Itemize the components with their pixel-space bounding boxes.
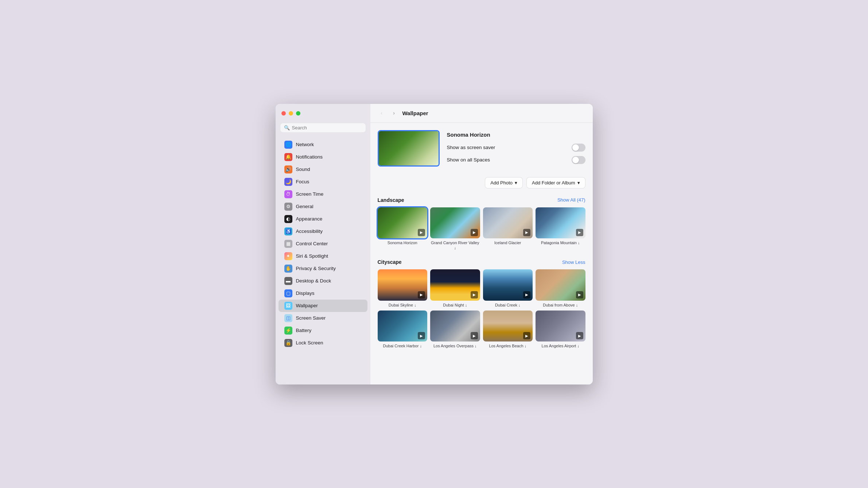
sidebar-item-general[interactable]: ⚙ General bbox=[279, 200, 367, 213]
cityscape-title: Cityscape bbox=[378, 259, 402, 265]
forward-button[interactable]: › bbox=[390, 109, 398, 117]
screen-saver-toggle-row: Show as screen saver bbox=[447, 144, 585, 152]
dubai-creek-harbor-thumb[interactable]: ▶ bbox=[378, 311, 428, 341]
minimize-button[interactable] bbox=[289, 111, 293, 116]
add-folder-button[interactable]: Add Folder or Album ▾ bbox=[526, 177, 585, 188]
sidebar-item-privacy-security[interactable]: ✋ Privacy & Security bbox=[279, 262, 367, 275]
grand-canyon-label: Grand Canyon River Valley ↓ bbox=[430, 240, 480, 251]
list-item[interactable]: ▶ Grand Canyon River Valley ↓ bbox=[430, 207, 480, 251]
landscape-show-all-button[interactable]: Show All (47) bbox=[557, 197, 585, 203]
sonoma-horizon-thumb[interactable]: ▶ bbox=[378, 207, 428, 238]
sidebar-item-displays[interactable]: ▢ Displays bbox=[279, 287, 367, 300]
appearance-icon: ◐ bbox=[284, 215, 292, 223]
list-item[interactable]: ▶ Dubai Night ↓ bbox=[430, 269, 480, 308]
sidebar-item-siri-spotlight[interactable]: ✦ Siri & Spotlight bbox=[279, 250, 367, 262]
dubai-night-label: Dubai Night ↓ bbox=[443, 302, 467, 308]
lock-screen-icon: 🔒 bbox=[284, 339, 292, 347]
close-button[interactable] bbox=[281, 111, 286, 116]
back-button[interactable]: ‹ bbox=[378, 109, 386, 117]
sidebar-item-label: Appearance bbox=[296, 216, 323, 222]
video-badge: ▶ bbox=[471, 332, 478, 339]
sidebar-item-focus[interactable]: 🌙 Focus bbox=[279, 176, 367, 188]
la-airport-thumb[interactable]: ▶ bbox=[536, 311, 585, 341]
sidebar-item-appearance[interactable]: ◐ Appearance bbox=[279, 213, 367, 225]
video-badge: ▶ bbox=[471, 229, 478, 236]
sidebar-item-label: Screen Saver bbox=[296, 315, 326, 321]
la-beach-thumb[interactable]: ▶ bbox=[483, 311, 533, 341]
search-input[interactable] bbox=[292, 125, 362, 130]
la-overpass-thumb[interactable]: ▶ bbox=[430, 311, 480, 341]
patagonia-thumb[interactable]: ▶ bbox=[536, 207, 585, 238]
titlebar bbox=[276, 104, 370, 123]
add-photo-button[interactable]: Add Photo ▾ bbox=[485, 177, 523, 188]
wallpaper-name: Sonoma Horizon bbox=[447, 132, 585, 138]
dubai-above-thumb[interactable]: ▶ bbox=[536, 269, 585, 300]
main-content: ‹ › Wallpaper Sonoma Horizon Show as scr… bbox=[370, 104, 593, 384]
sidebar-item-screen-saver[interactable]: ◫ Screen Saver bbox=[279, 312, 367, 324]
sidebar: 🔍 🌐 Network 🔔 Notifications 🔊 Sound 🌙 Fo… bbox=[276, 104, 370, 384]
main-header: ‹ › Wallpaper bbox=[370, 104, 593, 123]
control-center-icon: ▦ bbox=[284, 240, 292, 248]
forward-icon: › bbox=[393, 110, 395, 116]
sidebar-item-battery[interactable]: ⚡ Battery bbox=[279, 324, 367, 337]
wallpaper-settings: Sonoma Horizon Show as screen saver Show… bbox=[447, 130, 585, 168]
page-title: Wallpaper bbox=[402, 110, 428, 116]
la-overpass-label: Los Angeles Overpass ↓ bbox=[433, 343, 477, 348]
battery-icon: ⚡ bbox=[284, 327, 292, 335]
add-folder-chevron-icon: ▾ bbox=[577, 180, 580, 186]
maximize-button[interactable] bbox=[296, 111, 300, 116]
sidebar-item-lock-screen[interactable]: 🔒 Lock Screen bbox=[279, 337, 367, 349]
sidebar-item-label: Focus bbox=[296, 179, 310, 184]
list-item[interactable]: ▶ Los Angeles Overpass ↓ bbox=[430, 311, 480, 349]
landscape-title: Landscape bbox=[378, 197, 404, 203]
video-badge: ▶ bbox=[576, 229, 583, 236]
all-spaces-toggle-row: Show on all Spaces bbox=[447, 156, 585, 164]
wallpaper-icon: 🖼 bbox=[284, 302, 292, 310]
list-item[interactable]: ▶ Dubai from Above ↓ bbox=[536, 269, 585, 308]
list-item[interactable]: ▶ Dubai Creek ↓ bbox=[483, 269, 533, 308]
sidebar-item-label: Lock Screen bbox=[296, 340, 323, 345]
sidebar-item-desktop-dock[interactable]: ▬ Desktop & Dock bbox=[279, 275, 367, 287]
list-item[interactable]: ▶ Los Angeles Airport ↓ bbox=[536, 311, 585, 349]
grand-canyon-thumb[interactable]: ▶ bbox=[430, 207, 480, 238]
sidebar-item-sound[interactable]: 🔊 Sound bbox=[279, 163, 367, 176]
cityscape-show-less-button[interactable]: Show Less bbox=[562, 259, 585, 265]
sidebar-item-label: Notifications bbox=[296, 154, 323, 160]
sidebar-item-label: Wallpaper bbox=[296, 303, 318, 308]
desktop-dock-icon: ▬ bbox=[284, 277, 292, 285]
sidebar-item-label: Desktop & Dock bbox=[296, 278, 331, 284]
sidebar-item-network[interactable]: 🌐 Network bbox=[279, 138, 367, 151]
landscape-section: Landscape Show All (47) ▶ Sonoma Horizon… bbox=[378, 197, 585, 251]
screen-saver-toggle[interactable] bbox=[572, 144, 585, 152]
list-item[interactable]: ▶ Sonoma Horizon bbox=[378, 207, 428, 251]
all-spaces-toggle[interactable] bbox=[572, 156, 585, 164]
dubai-above-label: Dubai from Above ↓ bbox=[543, 302, 578, 308]
video-badge: ▶ bbox=[576, 332, 583, 339]
dubai-night-thumb[interactable]: ▶ bbox=[430, 269, 480, 300]
list-item[interactable]: ▶ Patagonia Mountain ↓ bbox=[536, 207, 585, 251]
video-badge: ▶ bbox=[523, 291, 530, 298]
list-item[interactable]: ▶ Dubai Creek Harbor ↓ bbox=[378, 311, 428, 349]
sidebar-item-label: Control Center bbox=[296, 241, 328, 246]
list-item[interactable]: ▶ Los Angeles Beach ↓ bbox=[483, 311, 533, 349]
sidebar-item-accessibility[interactable]: ♿ Accessibility bbox=[279, 225, 367, 238]
network-icon: 🌐 bbox=[284, 141, 292, 149]
search-box[interactable]: 🔍 bbox=[280, 123, 366, 133]
sidebar-item-notifications[interactable]: 🔔 Notifications bbox=[279, 151, 367, 163]
wallpaper-preview[interactable] bbox=[378, 130, 440, 167]
sidebar-item-control-center[interactable]: ▦ Control Center bbox=[279, 238, 367, 250]
video-badge: ▶ bbox=[418, 291, 425, 298]
iceland-thumb[interactable]: ▶ bbox=[483, 207, 533, 238]
dubai-skyline-thumb[interactable]: ▶ bbox=[378, 269, 428, 300]
sidebar-item-screen-time[interactable]: ⏱ Screen Time bbox=[279, 188, 367, 200]
sidebar-item-label: Screen Time bbox=[296, 191, 324, 197]
list-item[interactable]: ▶ Iceland Glacier bbox=[483, 207, 533, 251]
dubai-creek-thumb[interactable]: ▶ bbox=[483, 269, 533, 300]
wallpaper-preview-image bbox=[379, 131, 439, 165]
video-badge: ▶ bbox=[523, 229, 530, 236]
sidebar-item-wallpaper[interactable]: 🖼 Wallpaper bbox=[279, 300, 367, 312]
landscape-section-header: Landscape Show All (47) bbox=[378, 197, 585, 203]
video-badge: ▶ bbox=[523, 332, 530, 339]
list-item[interactable]: ▶ Dubai Skyline ↓ bbox=[378, 269, 428, 308]
cityscape-section-header: Cityscape Show Less bbox=[378, 259, 585, 265]
